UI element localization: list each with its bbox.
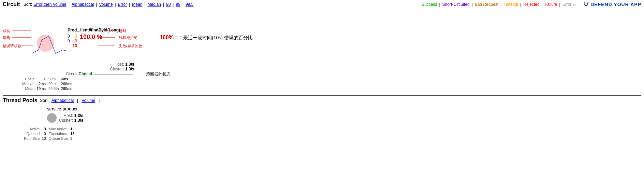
timeout-count: 0 [73,34,77,39]
annotation-error-count: 错误请求数 [3,43,21,49]
circuit-section: 成功 熔断 错误请求数 Prod...lient#findById(Lon [3,11,641,93]
sort-90[interactable]: 90 [166,2,171,7]
circuit-name: Prod...lient#findById(Long) [68,28,120,32]
legend-bad-request: Bad Request [475,2,498,7]
median-val: 2ms [36,82,48,86]
sort-error-volume[interactable]: Error then Volume [33,2,67,7]
pool-rates: Host: 1.3/s Cluster: 1.3/s [59,113,83,123]
sort-label: Sort: [24,2,32,7]
pool-name: service-product [47,106,77,111]
pool-max-active: 1 [70,127,74,131]
thread-sort-volume[interactable]: Volume [82,98,95,103]
cluster-rate: 1.3/s [125,67,134,71]
explanation-text: 100% = = 最近一段时间(10s) 错误的百分比 [160,35,253,41]
p90-val: 6ms [61,77,72,81]
annotation-timeout: 超时 [119,28,126,34]
thread-sort-alphabetical[interactable]: Alphabetical [52,98,74,103]
legend-success: Success [422,2,437,7]
success-count: 0 [68,34,70,39]
legend-short-circuited: Short-Circuited [442,2,470,7]
sort-alphabetical[interactable]: Alphabetical [72,2,94,7]
circuit-chart [32,28,66,62]
pool-indicator-circle [47,113,57,123]
circuit-status: Closed [78,71,92,76]
mean-val: 19ms [36,86,48,91]
sort-median[interactable]: Median [147,2,161,7]
pool-queue-size: 5 [70,136,74,141]
pool-queued: 0 [42,132,48,136]
pool-item: service-product Host: 1.3/s Cluster: 1.3… [3,106,641,147]
host-rate: 1.3/s [125,62,134,67]
p99-5-val: 260ms [61,86,72,91]
legend-timeout: Timeout [503,2,518,7]
thread-pools-title: Thread Pools [3,97,37,104]
legend-error: Error % [562,2,576,7]
main-content: 成功 熔断 错误请求数 Prod...lient#findById(Lon [0,9,644,149]
rejected-count: 0 [73,39,77,43]
pool-executions: 13 [70,132,74,136]
pool-cluster-rate: 1.3/s [74,118,84,123]
logo-area: 🛡 DEFEND YOUR APP [584,2,641,7]
sort-99-5[interactable]: 99.5 [186,2,193,7]
hosts-val: 1 [36,77,48,81]
thread-pools-section: Thread Pools Sort: Alphabetical | Volume… [3,95,641,147]
thread-pools-header: Thread Pools Sort: Alphabetical | Volume… [3,97,641,104]
header-bar: Circuit Sort: Error then Volume | Alphab… [0,0,644,9]
p99-val: 260ms [61,82,72,86]
perf-table: Hosts 1 90th 6ms Median 2ms 99th 260ms M… [21,76,73,91]
sort-99[interactable]: 99 [176,2,180,7]
legend-rejected: Rejected [523,2,539,7]
equals-sign: = [175,35,178,40]
annotation-fuse: 熔断 [3,35,10,40]
explanation-body: = 最近一段时间(10s) 错误的百分比 [179,35,253,40]
sort-volume[interactable]: Volume [99,2,113,7]
error-count: 13 [73,43,77,48]
pool-stats-table: Active 0 Max Active 1 Queued 0 Execution… [23,126,75,141]
pool-host-rate: 1.3/s [74,113,84,118]
annotation-failure: 失败/异常的数 [119,43,142,49]
sort-error[interactable]: Error [118,2,127,7]
error-pct-big: 100.0 % [80,34,102,40]
circuit-status-label: 熔断器的状态 [146,71,171,77]
thread-sort-label: Sort: [40,98,48,103]
circuit-section-title: Circuit [3,1,20,8]
pool-size: 10 [42,136,48,141]
annotation-thread-rejected: 线程池拒绝 [119,35,137,40]
logo-text: 🛡 DEFEND YOUR APP [584,2,641,7]
legend-failure: Failure [545,2,557,7]
legend-bar: Success | Short-Circuited | Bad Request … [422,2,641,7]
pool-active: 0 [42,127,48,131]
host-cluster-rates: Host: 1.3/s Cluster: 1.3/s Circuit Close… [66,62,134,76]
error-pct-label: 100% [160,35,174,40]
sort-mean[interactable]: Mean [132,2,142,7]
annotation-success: 成功 [3,28,10,34]
fuse-count: 0 [68,39,70,43]
